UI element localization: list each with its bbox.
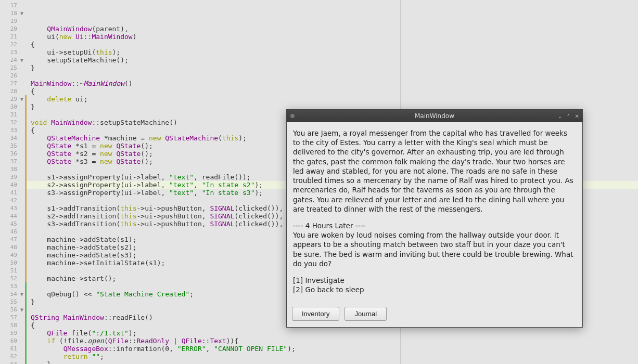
fold-marker <box>19 353 25 360</box>
fold-column[interactable]: ▼▼▼▼▼ <box>19 0 25 364</box>
code-line[interactable]: delete ui; <box>31 95 638 103</box>
line-number: 51 <box>0 267 19 275</box>
line-number: 28 <box>0 87 19 95</box>
code-line[interactable]: if (!file.open(QFile::ReadOnly | QFile::… <box>31 337 638 345</box>
fold-marker <box>19 87 25 95</box>
close-icon[interactable]: ✕ <box>575 113 579 119</box>
fold-marker <box>19 158 25 165</box>
code-line[interactable]: QFile file(":/1.txt"); <box>31 329 638 337</box>
fold-marker <box>19 236 25 243</box>
line-number: 52 <box>0 275 19 282</box>
line-number: 27 <box>0 80 19 87</box>
code-line[interactable] <box>31 72 638 80</box>
fold-marker <box>19 72 25 80</box>
fold-marker <box>19 267 25 275</box>
code-line[interactable]: QMainWindow(parent), <box>31 25 638 33</box>
fold-marker <box>19 103 25 111</box>
line-number: 55 <box>0 298 19 306</box>
line-number: 39 <box>0 173 19 181</box>
fold-marker <box>19 212 25 220</box>
button-bar: Inventory Journal <box>287 303 582 327</box>
code-line[interactable]: } <box>31 64 638 72</box>
line-number: 57 <box>0 314 19 321</box>
line-number: 63 <box>0 360 19 364</box>
fold-marker <box>19 321 25 329</box>
line-number: 48 <box>0 243 19 251</box>
window-title: MainWindow <box>287 112 582 120</box>
line-number: 37 <box>0 158 19 165</box>
line-number: 29 <box>0 95 19 103</box>
fold-marker[interactable]: ▼ <box>19 56 25 64</box>
code-line[interactable]: QMessageBox::information(0, "ERROR", "CA… <box>31 345 638 353</box>
code-line[interactable]: } <box>31 360 638 364</box>
fold-marker <box>19 126 25 134</box>
line-number: 58 <box>0 321 19 329</box>
fold-marker <box>19 360 25 364</box>
line-number: 23 <box>0 48 19 56</box>
line-number: 44 <box>0 212 19 220</box>
app-window: MainWindow ⌄ ⌃ ✕ You are Jaem, a royal m… <box>286 109 583 328</box>
line-number: 43 <box>0 204 19 212</box>
fold-marker <box>19 119 25 126</box>
code-line[interactable]: setupStateMachine(); <box>31 56 638 64</box>
fold-marker <box>19 189 25 197</box>
fold-marker <box>19 134 25 142</box>
code-line[interactable]: MainWindow::~MainWindow() <box>31 80 638 87</box>
fold-marker <box>19 25 25 33</box>
code-line[interactable]: ui(new Ui::MainWindow) <box>31 33 638 41</box>
fold-marker <box>19 259 25 267</box>
fold-marker <box>19 282 25 290</box>
inventory-button[interactable]: Inventory <box>292 307 339 321</box>
line-number: 60 <box>0 337 19 345</box>
line-number: 20 <box>0 25 19 33</box>
code-line[interactable]: ui->setupUi(this); <box>31 48 638 56</box>
fold-marker <box>19 275 25 282</box>
fold-marker <box>19 329 25 337</box>
fold-marker <box>19 111 25 119</box>
titlebar[interactable]: MainWindow ⌄ ⌃ ✕ <box>287 110 582 122</box>
story-paragraph: ---- 4 Hours Later ---- You are woken by… <box>293 221 576 268</box>
line-number: 21 <box>0 33 19 41</box>
fold-marker[interactable]: ▼ <box>19 9 25 17</box>
code-line[interactable]: { <box>31 87 638 95</box>
code-line[interactable]: return ""; <box>31 353 638 360</box>
fold-marker[interactable]: ▼ <box>19 290 25 298</box>
fold-marker[interactable]: ▼ <box>19 95 25 103</box>
journal-button[interactable]: Journal <box>344 307 387 321</box>
line-number: 17 <box>0 2 19 9</box>
fold-marker <box>19 173 25 181</box>
fold-marker <box>19 337 25 345</box>
fold-marker <box>19 345 25 353</box>
line-number: 46 <box>0 228 19 236</box>
line-number: 42 <box>0 197 19 204</box>
line-number: 33 <box>0 126 19 134</box>
line-number-gutter: 1718192021222324252627282930313233343536… <box>0 0 19 364</box>
line-number: 62 <box>0 353 19 360</box>
line-number: 54 <box>0 290 19 298</box>
fold-marker[interactable]: ▼ <box>19 306 25 314</box>
maximize-icon[interactable]: ⌃ <box>566 113 570 119</box>
story-text: You are Jaem, a royal messenger from the… <box>287 122 582 303</box>
minimize-icon[interactable]: ⌄ <box>558 113 562 119</box>
line-number: 61 <box>0 345 19 353</box>
fold-marker <box>19 181 25 189</box>
fold-marker <box>19 204 25 212</box>
fold-marker <box>19 48 25 56</box>
code-line[interactable]: { <box>31 41 638 48</box>
line-number: 31 <box>0 111 19 119</box>
fold-marker <box>19 298 25 306</box>
fold-marker <box>19 197 25 204</box>
line-number: 35 <box>0 142 19 150</box>
line-number: 18 <box>0 9 19 17</box>
line-number: 47 <box>0 236 19 243</box>
story-paragraph: You are Jaem, a royal messenger from the… <box>293 128 576 214</box>
line-number: 34 <box>0 134 19 142</box>
fold-marker <box>19 41 25 48</box>
line-number: 32 <box>0 119 19 126</box>
fold-marker <box>19 2 25 9</box>
fold-marker <box>19 64 25 72</box>
fold-marker <box>19 251 25 259</box>
story-choices: [1] Investigate [2] Go back to sleep <box>293 276 576 294</box>
fold-marker <box>19 220 25 228</box>
line-number: 26 <box>0 72 19 80</box>
